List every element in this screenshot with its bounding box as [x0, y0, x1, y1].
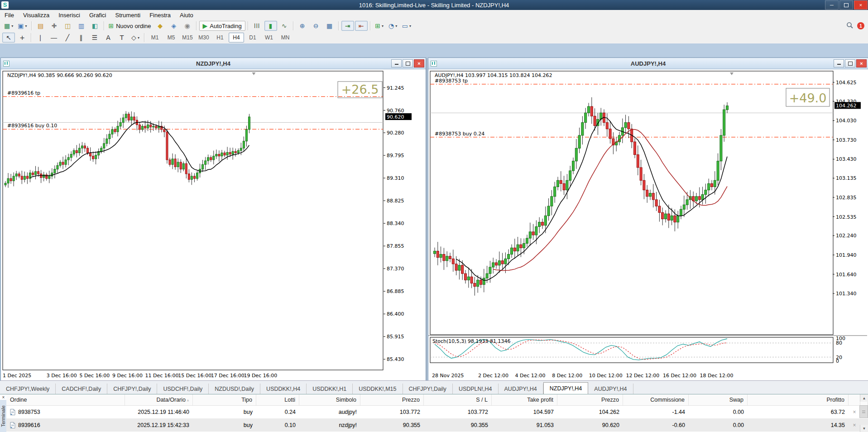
table-row[interactable]: 89387532025.12.19 11:46:40buy0.24audjpy!…	[6, 405, 868, 418]
menu-item-finestra[interactable]: Finestra	[145, 11, 175, 19]
templates-icon[interactable]: ▭▾	[400, 21, 413, 31]
chart-tab-cadchf-daily[interactable]: CADCHF!,Daily	[56, 384, 107, 394]
column-header-tipo[interactable]: Tipo	[193, 394, 256, 405]
scrollbar-thumb[interactable]	[859, 405, 868, 418]
chart-tab-nzdusd-daily[interactable]: NZDUSD!,Daily	[209, 384, 260, 394]
crosshair-icon[interactable]: +	[16, 33, 29, 43]
trendline-icon[interactable]: ╱	[61, 33, 74, 43]
community-icon[interactable]: ◉	[181, 21, 194, 31]
vertical-line-icon[interactable]: ∣	[34, 33, 47, 43]
zoom-in-icon[interactable]: ⊕	[296, 21, 309, 31]
metaquotes-icon[interactable]: ◆	[154, 21, 167, 31]
metaeditor-icon[interactable]: ◈	[168, 21, 180, 31]
timeframe-d1[interactable]: D1	[245, 33, 260, 43]
chart-close-button[interactable]: ×	[856, 59, 867, 67]
menu-item-visualizza[interactable]: Visualizza	[19, 11, 54, 19]
chart-tab-chfjpy-daily[interactable]: CHFJPY!,Daily	[107, 384, 157, 394]
data-window-icon[interactable]: ✚	[48, 21, 61, 31]
timeframe-h1[interactable]: H1	[212, 33, 228, 43]
chart-shift-icon[interactable]: ⇤	[355, 21, 368, 31]
chart-tab-usddkk-h4[interactable]: USDDKK!,H4	[260, 384, 307, 394]
close-order-button[interactable]: ×	[849, 418, 860, 432]
profiles-icon[interactable]: ▣▾	[16, 21, 29, 31]
new-order-button[interactable]: ⊞Nuovo ordine	[107, 21, 153, 31]
column-header-ordine[interactable]: Ordine	[6, 394, 125, 405]
chart-minimize-button[interactable]	[391, 59, 402, 67]
window-minimize-button[interactable]: ─	[825, 0, 839, 10]
chart-tab-chfjpy-daily[interactable]: CHFJPY!,Daily	[403, 384, 453, 394]
chart-tab-usdpln-h4[interactable]: USDPLN!,H4	[453, 384, 499, 394]
indicators-icon[interactable]: ⊞▾	[373, 21, 386, 31]
menu-item-strumenti[interactable]: Strumenti	[111, 11, 145, 19]
timeframe-m15[interactable]: M15	[180, 33, 195, 43]
chart-tab-audjpy-h4[interactable]: AUDJPY!,H4	[588, 384, 633, 394]
column-header-take-profit[interactable]: Take profit	[492, 394, 557, 405]
window-maximize-button[interactable]	[839, 0, 853, 10]
timeframe-mn[interactable]: MN	[278, 33, 293, 43]
column-header-lotti[interactable]: Lotti	[256, 394, 299, 405]
cursor-icon[interactable]: ↖	[2, 33, 15, 43]
chart-candles-icon[interactable]: ▮	[264, 21, 277, 31]
menu-item-aiuto[interactable]: Aiuto	[175, 11, 198, 19]
new-chart-icon[interactable]: ▦▾	[2, 21, 15, 31]
chart-tab-chfjpy-weekly[interactable]: CHFJPY!,Weekly	[0, 384, 56, 394]
market-watch-icon[interactable]: ▤	[34, 21, 47, 31]
scrollbar-down-arrow[interactable]: ▼	[860, 425, 868, 432]
chart-window-nzdjpy-titlebar[interactable]: NZDJPY!,H4 ×	[1, 58, 426, 69]
strategy-tester-icon[interactable]: ◧	[89, 21, 101, 31]
timeframe-m1[interactable]: M1	[147, 33, 163, 43]
chart-window-icon	[431, 61, 437, 67]
chart-minimize-button[interactable]	[834, 59, 844, 67]
chart-tab-usdchf-daily[interactable]: USDCHF!,Daily	[157, 384, 209, 394]
column-header-prezzo[interactable]: Prezzo	[557, 394, 623, 405]
timeframe-m5[interactable]: M5	[163, 33, 179, 43]
chart-tab-usddkk-m15[interactable]: USDDKK!,M15	[353, 384, 403, 394]
chart-restore-button[interactable]	[403, 59, 413, 67]
fibonacci-icon[interactable]: ☰	[88, 33, 101, 43]
chart-restore-button[interactable]	[845, 59, 855, 67]
chart-tab-audjpy-h4[interactable]: AUDJPY!,H4	[499, 384, 543, 394]
chart-line-icon[interactable]: ∿	[278, 21, 291, 31]
price-chart-nzdjpy[interactable]: #8939616 tp#8939616 buy 0.1091.24590.760…	[1, 69, 425, 381]
column-header-s-l[interactable]: S / L	[424, 394, 492, 405]
zoom-out-icon[interactable]: ⊖	[310, 21, 322, 31]
shapes-icon[interactable]: ◇▾	[129, 33, 142, 43]
search-icon[interactable]	[846, 22, 854, 30]
menu-item-grafici[interactable]: Grafici	[85, 11, 111, 19]
close-order-button[interactable]: ×	[849, 405, 860, 418]
column-header-swap[interactable]: Swap	[689, 394, 748, 405]
chart-tab-usddkk-h1[interactable]: USDDKK!,H1	[307, 384, 353, 394]
auto-scroll-icon[interactable]: ⇥	[341, 21, 354, 31]
column-header-prezzo[interactable]: Prezzo	[360, 394, 424, 405]
chart-bars-icon[interactable]: ☰	[251, 21, 264, 31]
text-icon[interactable]: A	[102, 33, 115, 43]
timeframe-m30[interactable]: M30	[196, 33, 211, 43]
navigator-icon[interactable]: ◫	[62, 21, 74, 31]
periods-icon[interactable]: ◔▾	[387, 21, 399, 31]
column-header-profitto[interactable]: Profitto	[748, 394, 849, 405]
timeframe-h4[interactable]: H4	[229, 33, 244, 43]
chart-close-button[interactable]: ×	[414, 59, 424, 67]
scrollbar-up-arrow[interactable]: ▲	[860, 394, 868, 402]
text-label-icon[interactable]: T	[115, 33, 128, 43]
equidistant-channel-icon[interactable]: ∥	[75, 33, 87, 43]
window-close-button[interactable]: ×	[854, 0, 868, 10]
column-header-commissione[interactable]: Commissione	[623, 394, 689, 405]
autotrading-button[interactable]: ▶AutoTrading	[199, 21, 245, 31]
chart-tab-nzdjpy-h4[interactable]: NZDJPY!,H4	[543, 382, 589, 394]
column-header-data-orario[interactable]: Data/Orario▵	[125, 394, 193, 405]
tile-windows-icon[interactable]: ▦	[323, 21, 336, 31]
timeframe-w1[interactable]: W1	[261, 33, 277, 43]
table-row[interactable]: 89396162025.12.19 15:42:33buy0.10nzdjpy!…	[6, 418, 868, 432]
chart-window-audjpy-titlebar[interactable]: AUDJPY!,H4 ×	[428, 58, 868, 69]
app-titlebar[interactable]: S 1016: SkillingLimited-Live - Skilling …	[0, 0, 868, 10]
column-header-simbolo[interactable]: Simbolo	[299, 394, 360, 405]
notification-badge[interactable]: 1	[857, 22, 864, 29]
terminal-panel-icon[interactable]: ▥	[75, 21, 88, 31]
price-chart-audjpy[interactable]: #8938753 tp#8938753 buy 0.24104.625104.3…	[428, 69, 867, 381]
menu-item-inserisci[interactable]: Inserisci	[54, 11, 85, 19]
terminal-close-button[interactable]: ×	[1, 395, 6, 400]
menu-item-file[interactable]: File	[0, 11, 19, 19]
terminal-side-tab[interactable]: Terminale	[0, 400, 6, 432]
horizontal-line-icon[interactable]: ―	[48, 33, 60, 43]
